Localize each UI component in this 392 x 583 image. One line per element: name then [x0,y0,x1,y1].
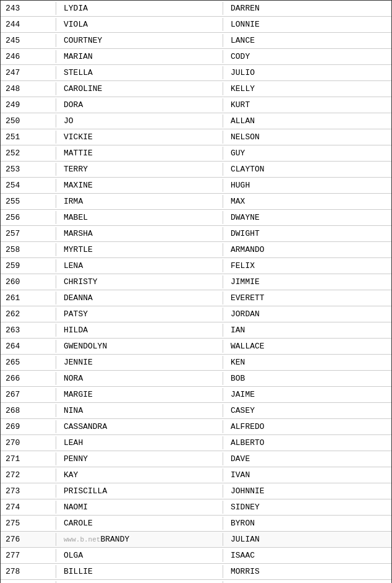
row-number: 252 [1,147,56,160]
table-row: 244VIOLALONNIE [1,17,391,33]
table-row: 275CAROLEBYRON [1,516,391,532]
table-row: 247STELLAJULIO [1,65,391,81]
row-number: 258 [1,243,56,256]
table-row: 262PATSYJORDAN [1,306,391,322]
last-name: HUGH [223,179,391,192]
last-name: ALBERTO [223,436,391,449]
last-name: CODY [223,50,391,63]
last-name: MORRIS [223,565,391,578]
row-number: 266 [1,372,56,385]
first-name: CHRISTY [56,275,223,288]
last-name: DAVE [223,452,391,465]
first-name: PENNY [56,452,223,465]
row-number: 278 [1,565,56,578]
row-number: 256 [1,211,56,224]
table-row: 256MABELDWAYNE [1,210,391,226]
first-name: NINA [56,404,223,417]
last-name: ARMANDO [223,243,391,256]
row-number: 261 [1,292,56,304]
table-row: 270LEAHALBERTO [1,435,391,451]
row-number: 249 [1,98,56,111]
first-name: CASSANDRA [56,420,223,433]
row-number: 245 [1,34,56,47]
watermark-text: www.b.net [64,536,100,543]
table-row: 276www.b.netBRANDYJULIAN [1,532,391,548]
row-number: 247 [1,66,56,79]
first-name: LEAH [56,436,223,449]
last-name: ISAAC [223,549,391,562]
first-name: GWENDOLYN [56,340,223,353]
row-number: 243 [1,2,56,15]
last-name: ALFREDO [223,420,391,433]
row-number: 255 [1,195,56,208]
first-name: LYDIA [56,2,223,15]
table-row: 263HILDAIAN [1,322,391,339]
row-number: 251 [1,131,56,144]
last-name: ALLAN [223,114,391,127]
last-name: EVERETT [223,292,391,304]
first-name: MYRTLE [56,243,223,256]
last-name: DWAYNE [223,211,391,224]
row-number: 257 [1,227,56,240]
row-number: 246 [1,50,56,63]
row-number: 253 [1,163,56,176]
row-number: 254 [1,179,56,192]
table-row: 271PENNYDAVE [1,451,391,467]
row-number: 248 [1,82,56,95]
table-row: 273PRISCILLAJOHNNIE [1,483,391,499]
last-name: FELIX [223,259,391,272]
first-name: DORA [56,98,223,111]
table-row: 265JENNIEKEN [1,355,391,371]
last-name: BYRON [223,517,391,530]
table-row: 261DEANNAEVERETT [1,290,391,306]
last-name: MAX [223,195,391,208]
table-row: 268NINACASEY [1,403,391,419]
row-number: 264 [1,340,56,353]
row-number: 267 [1,388,56,401]
table-row: 278BILLIEMORRIS [1,564,391,580]
last-name: JIMMIE [223,275,391,288]
row-number: 268 [1,404,56,417]
last-name: JORDAN [223,308,391,321]
row-number: 274 [1,501,56,514]
table-row: 266NORABOB [1,371,391,387]
table-row: 245COURTNEYLANCE [1,33,391,49]
last-name: GUY [223,147,391,160]
last-name: JOHNNIE [223,485,391,498]
table-row: 264GWENDOLYNWALLACE [1,339,391,355]
table-row: 248CAROLINEKELLY [1,81,391,97]
first-name: NAOMI [56,501,223,514]
first-name: COURTNEY [56,34,223,47]
last-name: CLAYTON [223,163,391,176]
table-row: 255IRMAMAX [1,194,391,210]
first-name: PATSY [56,308,223,321]
table-row: 259LENAFELIX [1,258,391,274]
table-row: 250JOALLAN [1,113,391,129]
first-name: PRISCILLA [56,485,223,498]
first-name: BILLIE [56,565,223,578]
table-row: 253TERRYCLAYTON [1,162,391,178]
table-row: 272KAYIVAN [1,467,391,483]
row-number: 272 [1,469,56,482]
first-name: MATTIE [56,147,223,160]
main-table: 243LYDIADARREN244VIOLALONNIE245COURTNEYL… [0,0,392,583]
last-name: JAIME [223,388,391,401]
last-name: DWIGHT [223,227,391,240]
first-name: MAXINE [56,179,223,192]
row-number: 269 [1,420,56,433]
table-row: 269CASSANDRAALFREDO [1,419,391,435]
last-name: KELLY [223,82,391,95]
row-number: 276 [1,533,56,546]
first-name: LENA [56,259,223,272]
first-name: JO [56,114,223,127]
first-name: VICKIE [56,131,223,144]
first-name: MARSHA [56,227,223,240]
row-number: 262 [1,308,56,321]
table-row: 251VICKIENELSON [1,129,391,145]
row-number: 270 [1,436,56,449]
first-name: MABEL [56,211,223,224]
last-name: WALLACE [223,340,391,353]
first-name: MARIAN [56,50,223,63]
first-name: OLGA [56,549,223,562]
row-number: 277 [1,549,56,562]
